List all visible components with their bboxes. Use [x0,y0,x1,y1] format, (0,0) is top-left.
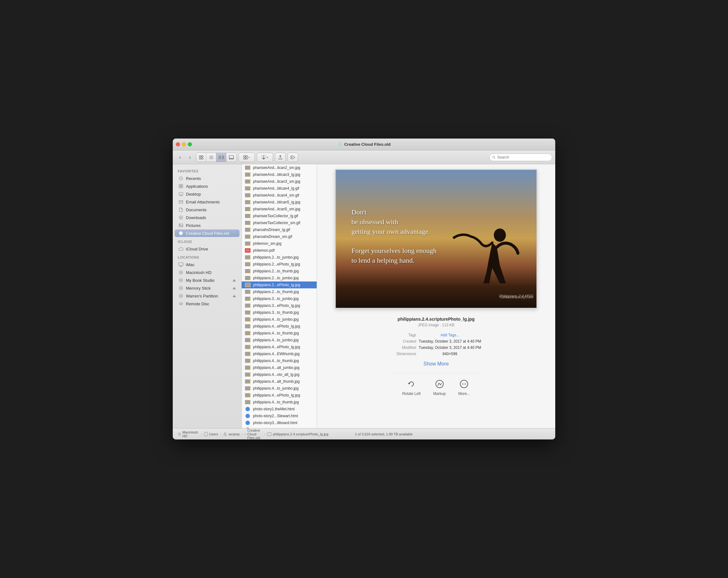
file-item[interactable]: philippians.2...to_thumb.jpg [242,268,317,274]
list-view-button[interactable] [206,153,216,162]
traffic-lights [176,142,192,147]
file-item[interactable]: philippians.3...to_thumb.jpg [242,309,317,316]
markup-button[interactable]: Markup [433,378,446,396]
svg-point-52 [180,295,182,296]
sep1: › [201,432,202,436]
share-button[interactable] [275,153,285,162]
file-item[interactable]: phariseeAnd...lican5_sm.jpg [242,206,317,212]
svg-point-46 [180,272,182,273]
action-button[interactable] [257,153,273,162]
file-name: philippians.4...oto_alt_lg.jpg [253,372,300,377]
file-name: phariseeAnd...blican5_lg.jpg [253,200,301,204]
preview-image-container: Don't be obsessed with getting your own … [335,169,537,309]
file-item[interactable]: philippians.2...ePhoto_lg.jpg [242,261,317,268]
img-icon [245,193,251,198]
file-item[interactable]: philippians.4...ePhoto_lg.jpg [242,323,317,330]
file-item[interactable]: philippians.4...oto_alt_lg.jpg [242,371,317,378]
file-item[interactable]: philippians.4...to_jumbo.jpg [242,316,317,323]
sidebar-item-warrens-partition[interactable]: Warren's Partition ⏏ [175,292,239,300]
file-item[interactable]: phariseeTaxCollector_sm.gif [242,219,317,226]
warrens-partition-eject[interactable]: ⏏ [233,294,236,298]
svg-rect-30 [179,192,183,195]
file-item[interactable]: phariseeTaxCollector_lg.gif [242,212,317,219]
file-item[interactable]: phariseeAnd...lican2_sm.jpg [242,164,317,171]
breadcrumb-filename[interactable]: philippians.2.4.scripturePhoto_lg.jpg [267,432,328,436]
breadcrumb-hd-icon [178,432,181,436]
maximize-button[interactable] [188,142,192,147]
svg-rect-16 [246,155,248,157]
file-type-icon [245,221,251,225]
file-item[interactable]: philippians.3...ePhoto_lg.jpg [242,302,317,309]
file-item[interactable]: philippians.3...to_jumbo.jpg [242,295,317,302]
rotate-left-button[interactable]: Rotate Left [402,378,421,396]
icon-view-button[interactable] [196,153,206,162]
sidebar-item-recents[interactable]: Recents [175,175,239,182]
column-view-button[interactable] [216,153,226,162]
file-item[interactable]: philippians.4...alt_jumbo.jpg [242,364,317,371]
sidebar-item-memory-stick[interactable]: Memory Stick ⏏ [175,284,239,292]
file-item[interactable]: philippians.4...to_jumbo.jpg [242,385,317,392]
my-book-studio-eject[interactable]: ⏏ [233,278,236,283]
back-button[interactable]: ‹ [176,153,184,161]
search-box[interactable] [489,154,552,161]
favorites-label: Favorites [173,167,241,174]
sidebar-item-imac[interactable]: iMac [175,261,239,268]
file-item[interactable]: phariseeAnd...blican4_lg.gif [242,185,317,192]
file-item[interactable]: philippians.4...alt_thumb.jpg [242,378,317,385]
tags-value[interactable]: Add Tags... [419,333,481,337]
forward-button[interactable]: › [186,153,194,161]
file-item[interactable]: philippians.4...EWthumb.jpg [242,350,317,357]
file-item[interactable]: philippians.2...to_thumb.jpg [242,288,317,295]
breadcrumb-users[interactable]: Users [204,432,218,436]
breadcrumb-creative-cloud[interactable]: Creative Cloud Files.old [244,428,262,440]
sidebar-item-applications[interactable]: Applications [175,182,239,190]
group-sort-button[interactable] [239,153,255,162]
file-item[interactable]: phariseeAnd...blican3_lg.jpg [242,171,317,178]
show-more-link[interactable]: Show More [423,361,449,366]
tag-button[interactable] [288,153,298,162]
file-item[interactable]: philippians.2...to_jumbo.jpg [242,274,317,282]
sidebar-item-remote-disc[interactable]: Remote Disc [175,300,239,308]
img-icon [245,400,251,404]
file-item[interactable]: philippians.4...to_thumb.jpg [242,330,317,337]
search-input[interactable] [497,155,549,160]
breadcrumb-file-label: philippians.2.4.scripturePhoto_lg.jpg [273,432,328,436]
memory-stick-eject[interactable]: ⏏ [233,286,236,290]
file-item[interactable]: philippians.4...to_jumbo.jpg [242,337,317,344]
sidebar-item-downloads[interactable]: Downloads [175,214,239,221]
minimize-button[interactable] [182,142,186,147]
file-name: phariseeAnd...blican4_lg.gif [253,186,299,190]
file-item[interactable]: pharoahsDream_sm.gif [242,233,317,240]
file-item[interactable]: philippians.4...to_thumb.jpg [242,357,317,364]
breadcrumb-wcamp[interactable]: wcamp [223,432,239,436]
sidebar-item-icloud-drive[interactable]: iCloud Drive [175,245,239,253]
file-item[interactable]: photo-story3...illboard.html [242,419,317,426]
close-button[interactable] [176,142,180,147]
sidebar-item-pictures[interactable]: Pictures [175,221,239,229]
more-button[interactable]: More... [458,378,470,396]
file-item[interactable]: PDF philemon.pdf [242,247,317,254]
sidebar-item-documents[interactable]: Documents [175,206,239,213]
file-item[interactable]: philippians.4...ePhoto_lg.jpg [242,344,317,350]
file-item[interactable]: photo-story2...Stewart.html [242,413,317,419]
sidebar-item-my-book-studio[interactable]: My Book Studio ⏏ [175,277,239,284]
breadcrumb-macintosh-hd[interactable]: Macintosh HD [178,430,199,438]
file-item[interactable]: philemon_sm.jpg [242,240,317,247]
sidebar-item-macintosh-hd[interactable]: Macintosh HD [175,269,239,276]
sidebar-item-desktop[interactable]: Desktop [175,190,239,198]
file-item[interactable]: philippians.4...ePhoto_lg.jpg [242,392,317,399]
file-type-icon [245,379,251,384]
file-item[interactable]: phariseeAnd...lican4_sm.gif [242,192,317,199]
file-item[interactable]: philippians.2...ePhoto_lg.jpg [242,282,317,288]
file-item[interactable]: philippians.2...to_jumbo.jpg [242,254,317,261]
downloads-label: Downloads [186,215,206,220]
file-item[interactable]: phariseeAnd...blican5_lg.jpg [242,199,317,206]
file-item[interactable]: photo-story1.theMet.html [242,405,317,413]
file-item[interactable]: phariseeAnd...lican3_sm.jpg [242,178,317,185]
sidebar-item-email-attachments[interactable]: Email Attachments [175,198,239,206]
sidebar-item-creative-cloud[interactable]: Creative Cloud Files.old [175,230,239,237]
gallery-view-button[interactable] [226,153,236,162]
dimensions-value: 840×599 [419,352,481,356]
file-item[interactable]: philippians.4...to_thumb.jpg [242,399,317,405]
file-item[interactable]: pharoahsDream_lg.gif [242,226,317,233]
